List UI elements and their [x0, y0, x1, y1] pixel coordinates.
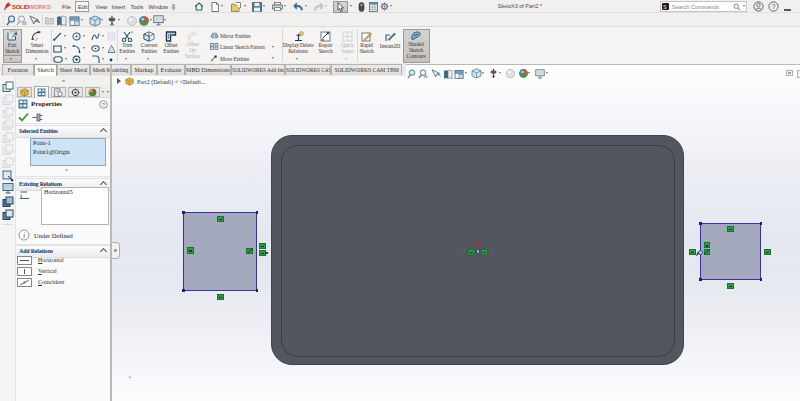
svg-text:i: i — [23, 231, 25, 240]
svg-text:?: ? — [102, 101, 106, 107]
svg-text:?: ? — [772, 3, 776, 10]
